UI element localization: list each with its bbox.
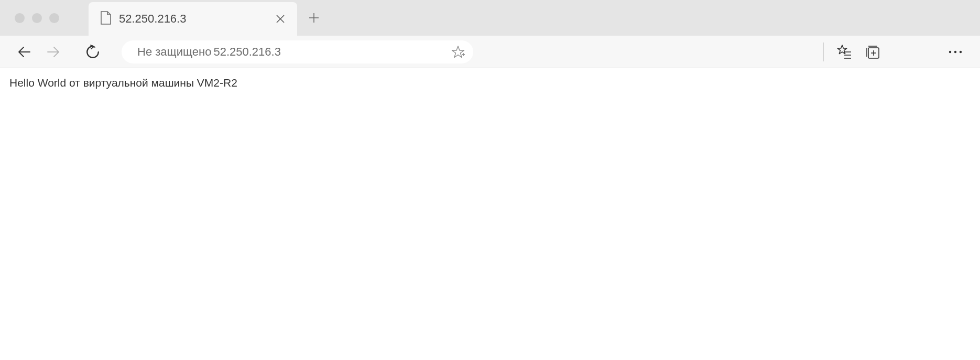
close-tab-button[interactable] <box>271 9 290 28</box>
page-icon <box>100 11 112 27</box>
favorites-button[interactable] <box>831 39 857 65</box>
back-button[interactable] <box>12 39 38 65</box>
window-controls <box>15 13 59 23</box>
close-window-button[interactable] <box>15 13 25 23</box>
menu-button[interactable] <box>942 39 968 65</box>
body-text: Hello World от виртуальной машины VM2-R2 <box>9 77 237 89</box>
tab-strip: 52.250.216.3 <box>0 0 980 36</box>
refresh-button[interactable] <box>80 39 106 65</box>
svg-marker-9 <box>837 45 847 54</box>
new-tab-button[interactable] <box>301 5 326 30</box>
separator <box>823 43 824 61</box>
maximize-window-button[interactable] <box>49 13 59 23</box>
svg-point-16 <box>949 50 951 52</box>
url-text[interactable]: 52.250.216.3 <box>213 45 451 59</box>
address-bar[interactable]: Не защищено 52.250.216.3 <box>122 40 473 63</box>
forward-button[interactable] <box>40 39 66 65</box>
toolbar: Не защищено 52.250.216.3 <box>0 36 980 68</box>
security-label: Не защищено <box>137 45 211 59</box>
svg-point-17 <box>954 50 956 52</box>
page-content: Hello World от виртуальной машины VM2-R2 <box>0 68 980 98</box>
tab-title: 52.250.216.3 <box>119 12 264 26</box>
svg-marker-6 <box>452 46 464 58</box>
collections-button[interactable] <box>859 39 886 65</box>
svg-point-18 <box>960 50 962 52</box>
minimize-window-button[interactable] <box>32 13 42 23</box>
browser-tab[interactable]: 52.250.216.3 <box>89 2 297 36</box>
add-favorite-button[interactable] <box>451 45 465 59</box>
